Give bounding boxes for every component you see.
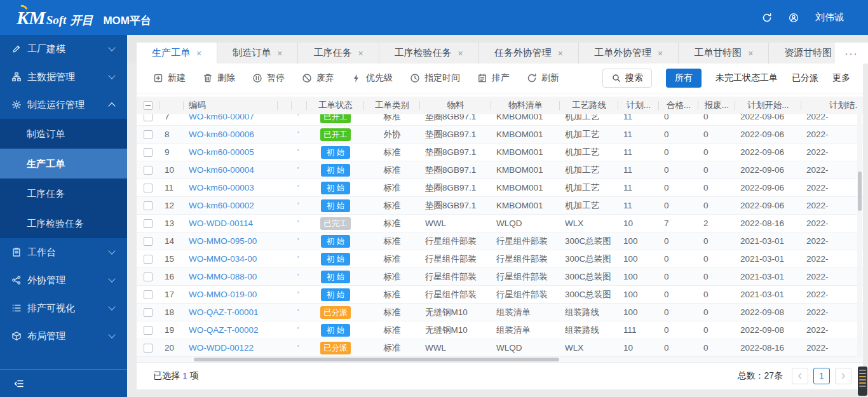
tab-manufacturing-order[interactable]: 制造订单× — [217, 43, 298, 64]
workorder-code-link[interactable]: WO-QAZ-T-00001 — [189, 307, 259, 317]
table-row[interactable]: 9WO-km60-00005初 始标准垫圈8GB97.1KMBOM001机加工艺… — [137, 144, 863, 161]
table-row[interactable]: 10WO-km60-00004初 始标准垫圈8GB97.1KMBOM001机加工… — [137, 161, 863, 179]
table-row[interactable]: 20WO-WDD-00122已分派标准WWLWLQDWLX10002022-08… — [137, 339, 863, 357]
row-checkbox[interactable] — [144, 166, 153, 175]
close-icon[interactable]: × — [558, 48, 563, 58]
sidebar-subitem-operation-inspection-task[interactable]: 工序检验任务 — [0, 208, 127, 238]
sidebar-item-outsourcing[interactable]: 外协管理 — [0, 266, 127, 294]
row-checkbox[interactable] — [144, 273, 153, 281]
cell-gap2 — [292, 339, 307, 356]
set-time-button[interactable]: 指定时间 — [410, 72, 460, 84]
workorder-code-link[interactable]: WO-QAZ-T-00002 — [189, 325, 259, 335]
row-checkbox[interactable] — [144, 326, 153, 335]
workorder-code-link[interactable]: WO-MMO-095-00 — [189, 236, 257, 246]
horizontal-scrollbar — [137, 357, 863, 362]
vertical-scrollbar-thumb[interactable] — [858, 172, 862, 211]
filter-all-button[interactable]: 所有 — [666, 69, 702, 88]
table-row[interactable]: 13WO-WDD-00114已完工标准WWLWLQDWLX10722022-08… — [137, 215, 863, 232]
row-checkbox[interactable] — [144, 130, 153, 139]
close-icon[interactable]: × — [358, 48, 363, 58]
workorder-code-link[interactable]: WO-km60-00004 — [189, 165, 254, 175]
table-row[interactable]: 12WO-km60-00002初 始标准垫圈8GB97.1KMBOM001机加工… — [137, 197, 863, 215]
workorder-code-link[interactable]: WO-MMO-088-00 — [189, 272, 257, 281]
table-row[interactable]: 7WO-km60-00007已开工标准垫圈8GB97.1KMBOM001机加工艺… — [137, 114, 863, 126]
horizontal-scrollbar-thumb[interactable] — [194, 358, 559, 361]
sidebar-subitem-production-workorder[interactable]: 生产工单 — [0, 149, 127, 178]
close-icon[interactable]: × — [196, 48, 201, 58]
row-checkbox[interactable] — [144, 255, 153, 264]
workorder-code-link[interactable]: WO-WDD-00114 — [189, 219, 253, 228]
table-row[interactable]: 18WO-QAZ-T-00001已分派标准无缝钢M10组装清单组装路线10000… — [137, 304, 863, 321]
workorder-code-link[interactable]: WO-km60-00006 — [189, 130, 254, 139]
sidebar-item-workbench[interactable]: 工作台 — [0, 238, 127, 266]
tab-operation-inspection-task[interactable]: 工序检验任务× — [379, 43, 479, 64]
row-checkbox[interactable] — [144, 201, 153, 210]
sidebar-subitem-manufacturing-order[interactable]: 制造订单 — [0, 119, 127, 149]
workorder-code-link[interactable]: WO-MMO-034-00 — [189, 254, 257, 264]
current-page-button[interactable]: 1 — [813, 368, 830, 384]
filter-unfinished-button[interactable]: 未完工状态工单 — [715, 72, 778, 84]
close-icon[interactable]: × — [277, 48, 282, 58]
cell-num: 17 — [159, 286, 184, 303]
row-checkbox[interactable] — [144, 148, 153, 157]
workorder-code-link[interactable]: WO-WDD-00122 — [189, 343, 254, 353]
cell-code: WO-QAZ-T-00002 — [184, 321, 278, 339]
cell-check — [137, 250, 159, 267]
table-row[interactable]: 11WO-km60-00003初 始标准垫圈8GB97.1KMBOM001机加工… — [137, 179, 863, 197]
row-checkbox[interactable] — [144, 308, 153, 317]
select-all-header[interactable] — [137, 97, 159, 114]
priority-button[interactable]: 优先级 — [351, 72, 393, 84]
next-page-button[interactable] — [835, 368, 851, 384]
corner-minimap-widget[interactable] — [858, 367, 867, 396]
workorder-code-link[interactable]: WO-MMO-019-00 — [189, 290, 257, 299]
tab-workorder-gantt[interactable]: 工单甘特图× — [679, 43, 769, 64]
sidebar-item-scheduling-visual[interactable]: 排产可视化 — [0, 294, 127, 322]
workorder-code-link[interactable]: WO-km60-00007 — [189, 114, 254, 121]
table-row[interactable]: 17WO-MMO-019-00初 始标准行星组件部装行星组件部装300C总装图1… — [137, 286, 863, 304]
workorder-code-link[interactable]: WO-km60-00005 — [189, 147, 254, 157]
cell-start: 2022-09-06 — [735, 179, 801, 196]
tab-production-workorder[interactable]: 生产工单× — [137, 43, 217, 64]
sidebar-item-manufacturing-ops[interactable]: 制造运行管理 — [0, 91, 127, 119]
row-checkbox[interactable] — [144, 290, 153, 299]
close-icon[interactable]: × — [748, 48, 753, 58]
row-checkbox[interactable] — [144, 219, 153, 228]
tab-operation-task[interactable]: 工序任务× — [298, 43, 379, 64]
table-row[interactable]: 19WO-QAZ-T-00002初 始标准无缝钢M10组装清单组装路线11100… — [137, 321, 863, 339]
filter-dispatched-button[interactable]: 已分派 — [792, 72, 818, 84]
list-icon — [11, 303, 22, 313]
refresh-button[interactable]: 刷新 — [527, 72, 559, 84]
filter-more-button[interactable]: 更多 — [832, 72, 850, 84]
cell-pass: 0 — [659, 286, 698, 303]
sidebar-item-master-data[interactable]: 主数据管理 — [0, 63, 127, 91]
sidebar-item-factory-modeling[interactable]: 工厂建模 — [0, 35, 127, 63]
workorder-code-link[interactable]: WO-km60-00003 — [189, 183, 254, 192]
row-checkbox[interactable] — [144, 344, 153, 353]
workorder-code-link[interactable]: WO-km60-00002 — [189, 201, 254, 210]
collapse-sidebar-icon[interactable] — [14, 379, 24, 389]
search-button[interactable]: 搜索 — [602, 69, 652, 88]
table-row[interactable]: 14WO-MMO-095-00初 始标准行星组件部装行星组件部装300C总装图1… — [137, 232, 863, 250]
sidebar-subitem-operation-task[interactable]: 工序任务 — [0, 178, 127, 208]
more-tabs-button[interactable]: ··· — [835, 43, 868, 64]
discard-button[interactable]: 废弃 — [302, 72, 334, 84]
sidebar-item-layout-management[interactable]: 布局管理 — [0, 322, 127, 350]
tab-task-outsourcing[interactable]: 任务外协管理× — [479, 43, 579, 64]
select-all-checkbox[interactable] — [144, 101, 153, 110]
table-row[interactable]: 15WO-MMO-034-00初 始标准行星组件部装行星组件部装300C总装图1… — [137, 250, 863, 268]
user-icon[interactable] — [789, 13, 799, 23]
row-checkbox[interactable] — [144, 114, 153, 121]
refresh-icon[interactable] — [762, 13, 772, 23]
row-checkbox[interactable] — [144, 184, 153, 192]
new-button[interactable]: 新建 — [153, 72, 186, 84]
close-icon[interactable]: × — [458, 48, 463, 58]
pause-button[interactable]: 暂停 — [252, 72, 285, 84]
previous-page-button[interactable] — [792, 368, 808, 384]
table-row[interactable]: 16WO-MMO-088-00初 始标准行星组件部装行星组件部装300C总装图1… — [137, 268, 863, 286]
delete-button[interactable]: 删除 — [203, 72, 235, 84]
tab-workorder-outsourcing[interactable]: 工单外协管理× — [579, 43, 679, 64]
close-icon[interactable]: × — [658, 48, 663, 58]
row-checkbox[interactable] — [144, 237, 153, 246]
table-row[interactable]: 8WO-km60-00006已开工外协垫圈8GB97.1KMBOM001机加工艺… — [137, 126, 863, 144]
schedule-button[interactable]: 排产 — [477, 72, 510, 84]
